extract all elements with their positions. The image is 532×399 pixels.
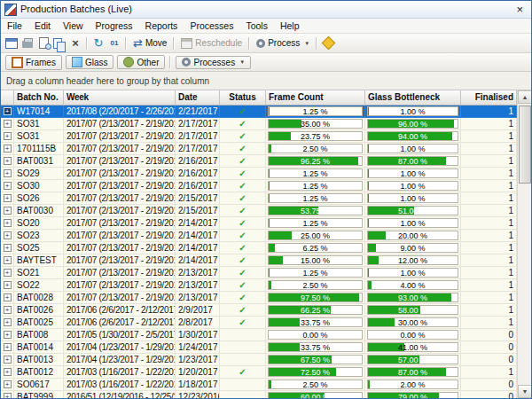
glass-bottleneck-cell: 57.00 % xyxy=(365,354,461,366)
row-expand-button[interactable]: + xyxy=(4,231,12,239)
row-expand-button[interactable]: + xyxy=(4,145,12,153)
status-cell: ✓ xyxy=(220,230,266,242)
frame-count-progressbar: 60.00 % xyxy=(268,392,363,398)
batch-no-cell: BAT0025 xyxy=(14,317,64,329)
grid-row[interactable]: + BAT9999 2016/51 (12/19/2016 - 12/25/20… xyxy=(1,391,517,398)
row-expand-button[interactable]: + xyxy=(4,169,12,177)
menu-reports[interactable]: Reports xyxy=(139,19,184,33)
scrollbar-track[interactable] xyxy=(518,104,532,385)
grid-row[interactable]: + SO0617 2017/03 (1/16/2017 - 1/22/2017)… xyxy=(1,379,517,391)
delete-icon[interactable]: × xyxy=(68,36,82,51)
print-icon[interactable] xyxy=(20,36,35,51)
renumber-icon[interactable]: 01 xyxy=(107,36,121,51)
vertical-scrollbar[interactable]: ▲ ▼ xyxy=(517,90,532,398)
move-icon: ⇄ xyxy=(133,36,143,50)
row-expand-button[interactable]: + xyxy=(4,182,12,190)
grid-row[interactable]: + BAT0014 2017/04 (1/23/2017 - 1/29/2017… xyxy=(1,341,517,354)
scroll-up-icon[interactable]: ▲ xyxy=(518,90,532,104)
row-expand-button[interactable]: + xyxy=(4,244,12,252)
grid-row[interactable]: + BAT0026 2017/06 (2/6/2017 - 2/12/2017)… xyxy=(1,304,517,317)
menu-tools[interactable]: Tools xyxy=(239,19,274,33)
close-button[interactable]: × xyxy=(512,4,528,15)
status-check-icon: ✓ xyxy=(239,131,246,141)
other-button[interactable]: Other xyxy=(117,55,165,69)
grid-row[interactable]: + SO31 2017/07 (2/13/2017 - 2/19/2017) 2… xyxy=(1,118,517,130)
refresh-icon[interactable]: ↻ xyxy=(91,36,106,51)
row-expand-button[interactable]: + xyxy=(4,132,12,140)
status-cell: ✓ xyxy=(220,304,266,317)
row-expand-button[interactable]: + xyxy=(4,293,12,301)
column-header-frame-count[interactable]: Frame Count xyxy=(266,90,365,106)
date-cell: 2/14/2017 xyxy=(176,242,220,254)
row-expand-button[interactable]: + xyxy=(4,343,12,351)
menu-edit[interactable]: Edit xyxy=(28,19,57,33)
row-expand-button[interactable]: + xyxy=(4,194,12,202)
grid-row[interactable]: + BAT0028 2017/07 (2/13/2017 - 2/19/2017… xyxy=(1,292,517,304)
column-header-week[interactable]: Week xyxy=(64,90,176,106)
menu-help[interactable]: Help xyxy=(274,19,306,33)
row-expand-button[interactable]: + xyxy=(4,120,12,128)
glass-button[interactable]: Glass xyxy=(66,55,114,69)
grid-row[interactable]: + BAT008 2017/05 (1/30/2017 - 2/5/2017) … xyxy=(1,329,517,341)
reschedule-label: Reschedule xyxy=(195,38,242,48)
row-expand-button[interactable]: + xyxy=(4,368,12,376)
glass-bottleneck-cell: 94.00 % xyxy=(365,130,461,143)
column-header-date[interactable]: Date xyxy=(176,90,220,106)
menu-processes[interactable]: Processes xyxy=(184,19,239,33)
grid-row[interactable]: + 1701115B 2017/07 (2/13/2017 - 2/19/201… xyxy=(1,143,517,155)
row-expand-button[interactable]: + xyxy=(4,107,12,115)
column-header-batch-no[interactable]: Batch No. xyxy=(14,90,64,106)
row-expand-button[interactable]: + xyxy=(4,269,12,277)
copy-icon[interactable] xyxy=(52,36,66,51)
menu-file[interactable]: File xyxy=(1,19,28,33)
menu-progress[interactable]: Progress xyxy=(90,19,139,33)
row-expand-button[interactable]: + xyxy=(4,356,12,364)
grid-row[interactable]: + BAT0013 2017/04 (1/23/2017 - 1/29/2017… xyxy=(1,354,517,366)
process-button[interactable]: Process ▼ xyxy=(253,37,313,49)
tag-icon[interactable] xyxy=(321,36,335,51)
grid-row[interactable]: + SO31 2017/07 (2/13/2017 - 2/19/2017) 2… xyxy=(1,130,517,143)
column-header-glass-bottleneck[interactable]: Glass Bottleneck xyxy=(365,90,461,106)
row-expand-button[interactable]: + xyxy=(4,256,12,264)
reschedule-button[interactable]: Reschedule xyxy=(177,37,246,50)
row-expand-button[interactable]: + xyxy=(4,281,12,289)
row-expand-button[interactable]: + xyxy=(4,318,12,326)
move-button[interactable]: ⇄ Move xyxy=(129,35,170,51)
frame-count-cell: 60.00 % xyxy=(266,391,365,398)
row-expand-button[interactable]: + xyxy=(4,393,12,398)
row-expand-button[interactable]: + xyxy=(4,207,12,215)
frame-count-progressbar: 33.75 % xyxy=(268,317,363,327)
grid-row[interactable]: + BAT0030 2017/07 (2/13/2017 - 2/19/2017… xyxy=(1,205,517,217)
grid-row[interactable]: + BAT0031 2017/07 (2/13/2017 - 2/19/2017… xyxy=(1,155,517,168)
grid-row[interactable]: + SO26 2017/07 (2/13/2017 - 2/19/2017) 2… xyxy=(1,192,517,205)
processes-button[interactable]: Processes ▼ xyxy=(176,56,251,69)
print-preview-icon[interactable] xyxy=(36,36,51,51)
menu-view[interactable]: View xyxy=(57,19,90,33)
row-expand-button[interactable]: + xyxy=(4,306,12,314)
toolbar-separator xyxy=(169,56,171,68)
row-expand-button[interactable]: + xyxy=(4,380,12,388)
grid-row[interactable]: + SO25 2017/07 (2/13/2017 - 2/19/2017) 2… xyxy=(1,242,517,254)
row-expand-button[interactable]: + xyxy=(4,331,12,339)
scroll-down-icon[interactable]: ▼ xyxy=(518,385,532,398)
grid-row[interactable]: + BAT0025 2017/06 (2/6/2017 - 2/12/2017)… xyxy=(1,317,517,329)
grid-row[interactable]: + BAYTEST 2017/07 (2/13/2017 - 2/19/2017… xyxy=(1,254,517,267)
grid-row[interactable]: + SO23 2017/07 (2/13/2017 - 2/19/2017) 2… xyxy=(1,230,517,242)
process-dropdown-icon[interactable]: ▼ xyxy=(304,41,309,46)
row-expand-button[interactable]: + xyxy=(4,219,12,227)
group-by-panel[interactable]: Drag a column header here to group by th… xyxy=(1,72,531,90)
frames-button[interactable]: Frames xyxy=(5,55,62,70)
column-header-finalised[interactable]: Finalised xyxy=(461,90,517,106)
column-header-status[interactable]: Status xyxy=(220,90,266,106)
row-expand-button[interactable]: + xyxy=(4,157,12,165)
grid-row[interactable]: + SO21 2017/07 (2/13/2017 - 2/19/2017) 2… xyxy=(1,267,517,279)
toolbar-separator xyxy=(125,37,127,50)
grid-row[interactable]: + SO22 2017/07 (2/13/2017 - 2/19/2017) 2… xyxy=(1,279,517,292)
grid-row[interactable]: + BAT0012 2017/03 (1/16/2017 - 1/22/2017… xyxy=(1,366,517,379)
grid-row[interactable]: + W17014 2017/08 (2/20/2017 - 2/26/2017)… xyxy=(1,106,517,118)
new-batch-grid-icon[interactable] xyxy=(4,36,19,51)
grid-row[interactable]: + SO30 2017/07 (2/13/2017 - 2/19/2017) 2… xyxy=(1,180,517,192)
grid-row[interactable]: + SO29 2017/07 (2/13/2017 - 2/19/2017) 2… xyxy=(1,168,517,180)
scrollbar-thumb[interactable] xyxy=(519,106,531,184)
grid-row[interactable]: + SO20 2017/07 (2/13/2017 - 2/19/2017) 2… xyxy=(1,217,517,230)
